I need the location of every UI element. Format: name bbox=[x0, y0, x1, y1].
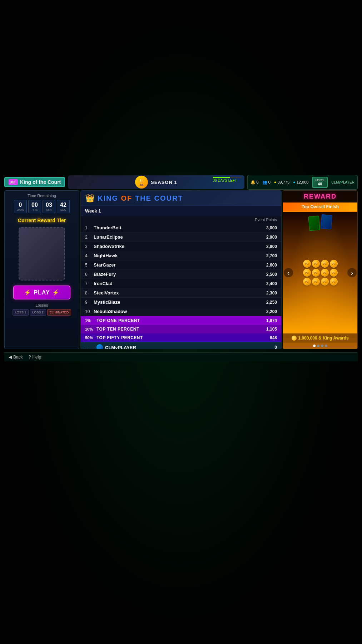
dot-3[interactable] bbox=[321, 345, 323, 347]
lightning-left-icon: ⚡ bbox=[24, 289, 31, 296]
days-unit: DAYS bbox=[16, 208, 24, 211]
loss-1-badge: LOSS 1 bbox=[13, 309, 29, 316]
prev-reward-button[interactable]: ‹ bbox=[284, 268, 293, 277]
help-button[interactable]: ? Help bbox=[29, 355, 41, 360]
bottom-nav: ◀ Back ? Help bbox=[4, 352, 358, 361]
rank-5: 5 bbox=[85, 263, 94, 268]
notifications-stat: 🔔 0 bbox=[251, 180, 259, 185]
tier-10pct-name: TOP TEN PERCENT bbox=[96, 327, 266, 332]
game-ui: MT King of the Court 🏆 SEASON 1 36 DAYS … bbox=[4, 175, 358, 351]
play-label: PLAY bbox=[34, 289, 50, 296]
loss-badges: LOSS 1 LOSS 2 ELIMINATED bbox=[8, 309, 76, 316]
mt-badge: MT bbox=[9, 179, 18, 185]
friends-icon: 👥 bbox=[262, 180, 267, 185]
table-row: 4 NightHawk 2,700 bbox=[81, 251, 281, 260]
coin-4: VC bbox=[330, 260, 338, 268]
time-remaining-label: Time Remaining bbox=[28, 194, 56, 198]
kotc-the-text: THE bbox=[135, 194, 152, 202]
reward-card bbox=[19, 227, 65, 280]
right-panel: REWARD Top Overall Finish VC VC VC VC VC bbox=[283, 190, 358, 349]
left-panel: Time Remaining 0 DAYS 00 HRS 03 MIN 42 S… bbox=[4, 190, 79, 349]
player-mysticblaze: MysticBlaze bbox=[94, 299, 266, 305]
coins-group: VC VC VC VC VC VC VC VC VC VC VC VC bbox=[299, 256, 341, 289]
sec-unit: SEC bbox=[59, 208, 67, 211]
player-nighthawk: NightHawk bbox=[94, 253, 266, 258]
reward-tier-title: Current Reward Tier bbox=[18, 218, 66, 223]
level-label: LEVEL bbox=[315, 179, 324, 182]
kotc-of-text: OF bbox=[121, 194, 133, 202]
back-icon: ◀ bbox=[9, 355, 12, 360]
tier-10pct-label: 10% bbox=[85, 327, 96, 331]
prize-coin-icon bbox=[292, 336, 297, 341]
main-content: Time Remaining 0 DAYS 00 HRS 03 MIN 42 S… bbox=[4, 190, 358, 349]
coin-9: VC bbox=[303, 278, 311, 286]
points-1: 3,000 bbox=[266, 225, 277, 230]
season-icon: 🏆 bbox=[135, 176, 148, 189]
tier-50pct-label: 50% bbox=[85, 336, 96, 340]
tier-1pct-row: 1% TOP ONE PERCENT 1,974 bbox=[81, 316, 281, 325]
timer-boxes: 0 DAYS 00 HRS 03 MIN 42 SEC bbox=[14, 200, 70, 213]
dot-2[interactable] bbox=[317, 345, 319, 347]
back-button[interactable]: ◀ Back bbox=[9, 355, 23, 360]
points-8: 2,300 bbox=[266, 291, 277, 296]
sec-value: 42 bbox=[59, 202, 67, 208]
player-name-header: CLMyPLAYER bbox=[331, 180, 354, 184]
kotc-king-word: KING bbox=[98, 194, 118, 202]
points-col-header: Event Points bbox=[255, 218, 277, 222]
losses-label: Losses bbox=[8, 303, 76, 307]
notifications-count: 0 bbox=[257, 180, 259, 184]
rank-9: 9 bbox=[85, 300, 94, 305]
points-5: 2,600 bbox=[266, 263, 277, 268]
play-button[interactable]: ⚡ PLAY ⚡ bbox=[13, 286, 70, 299]
hrs-value: 00 bbox=[31, 202, 39, 208]
rank-10: 10 bbox=[85, 309, 94, 314]
season-banner: 🏆 SEASON 1 36 DAYS LEFT bbox=[68, 175, 244, 189]
tier-1pct-points: 1,974 bbox=[266, 318, 277, 323]
points-9: 2,250 bbox=[266, 300, 277, 305]
player-nebulashadow: NebulaShadow bbox=[94, 309, 266, 314]
tier-10pct-row: 10% TOP TEN PERCENT 1,105 bbox=[81, 325, 281, 333]
table-row: 6 BlazeFury 2,500 bbox=[81, 270, 281, 279]
reward-visual: VC VC VC VC VC VC VC VC VC VC VC VC ‹ › bbox=[283, 212, 357, 333]
player-lunareclipse: LunarEclipse bbox=[94, 234, 266, 240]
player-blazefury: BlazeFury bbox=[94, 272, 266, 277]
dot-1[interactable] bbox=[313, 345, 316, 347]
reward-card-1 bbox=[308, 216, 320, 231]
tokens-icon: ● bbox=[293, 180, 296, 184]
mode-badge: MT King of the Court bbox=[4, 177, 65, 187]
days-value: 0 bbox=[16, 202, 24, 208]
points-7: 2,400 bbox=[266, 281, 277, 286]
points-4: 2,700 bbox=[266, 253, 277, 258]
timer-hrs: 00 HRS bbox=[28, 200, 41, 213]
rank-8: 8 bbox=[85, 291, 94, 296]
bell-icon: 🔔 bbox=[251, 180, 256, 185]
timer-min: 03 MIN bbox=[43, 200, 55, 213]
kotc-header: 👑 KING OF THE COURT bbox=[81, 191, 281, 206]
table-row: 5 StarGazer 2,600 bbox=[81, 260, 281, 270]
rank-6: 6 bbox=[85, 272, 94, 277]
table-row: 3 ShadowStrike 2,800 bbox=[81, 242, 281, 251]
tier-50pct-row: 50% TOP FIFTY PERCENT 648 bbox=[81, 333, 281, 342]
days-left: 36 DAYS LEFT bbox=[213, 177, 242, 182]
tier-10pct-points: 1,105 bbox=[266, 327, 277, 332]
next-reward-button[interactable]: › bbox=[347, 268, 357, 277]
stats-bar: 🔔 0 👥 0 ● 89,775 ● 12,000 LEVEL 40 CLMyP… bbox=[247, 175, 358, 190]
reward-dots bbox=[283, 343, 357, 349]
tier-50pct-points: 648 bbox=[270, 335, 277, 340]
player-avatar: 👤 bbox=[96, 344, 103, 349]
help-label: Help bbox=[32, 355, 41, 360]
dot-4[interactable] bbox=[325, 345, 327, 347]
player-rank-dash: - bbox=[85, 345, 96, 349]
player-shadowstrike: ShadowStrike bbox=[94, 244, 266, 249]
leaderboard-list: 1 ThunderBolt 3,000 2 LunarEclipse 2,900… bbox=[81, 223, 281, 349]
coin-7: VC bbox=[321, 269, 329, 277]
week-label: Week 1 bbox=[81, 206, 281, 216]
rank-4: 4 bbox=[85, 253, 94, 258]
min-value: 03 bbox=[45, 202, 53, 208]
coin-3: VC bbox=[321, 260, 329, 268]
help-icon: ? bbox=[29, 355, 31, 360]
table-row: 1 ThunderBolt 3,000 bbox=[81, 223, 281, 233]
reward-subtitle: Top Overall Finish bbox=[283, 203, 357, 212]
back-label: Back bbox=[13, 355, 23, 360]
mode-title: King of the Court bbox=[20, 179, 61, 185]
